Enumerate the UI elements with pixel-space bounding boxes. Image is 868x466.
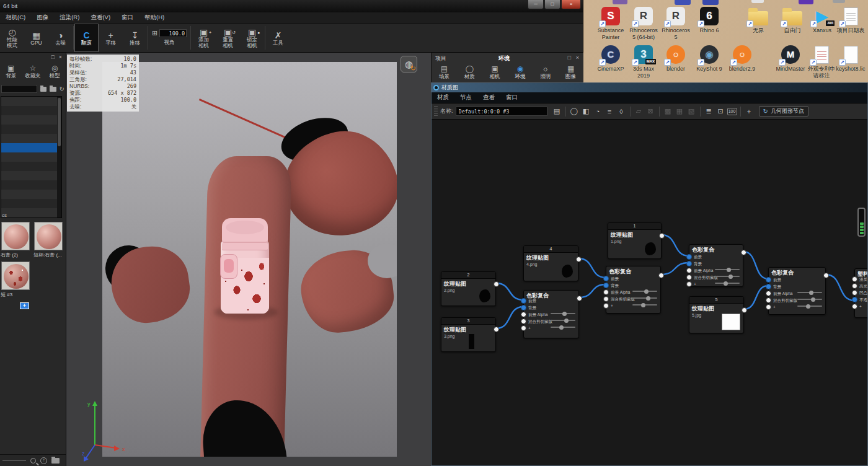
menu-item[interactable]: 帮助(H) <box>139 12 170 23</box>
project-tab-相机[interactable]: ▣相机 <box>482 63 508 83</box>
input-port[interactable] <box>603 276 609 281</box>
material-name-input[interactable] <box>456 107 547 116</box>
input-port[interactable] <box>521 319 526 324</box>
split-view-icon[interactable]: + <box>744 108 755 115</box>
node-canvas[interactable]: 2纹理贴图2.png3纹理贴图3.png4纹理贴图4.png1纹理贴图1.png… <box>432 120 867 465</box>
input-port[interactable] <box>766 291 771 296</box>
input-port[interactable] <box>852 283 857 289</box>
library-search-input[interactable] <box>1 85 37 93</box>
menu-item[interactable]: 窗口 <box>500 94 523 102</box>
input-port[interactable] <box>603 283 609 288</box>
node-material-compB[interactable]: 色彩复合前景背景前景 Alpha混合剪切蒙版+ <box>606 266 661 314</box>
auto-layout-icon[interactable]: ≣ <box>704 107 714 115</box>
input-port[interactable] <box>852 276 857 282</box>
node-material-compD[interactable]: 色彩复合前景背景前景 Alpha混合剪切蒙版+ <box>768 267 826 315</box>
project-tab-照明[interactable]: ☼照明 <box>533 63 558 83</box>
close-panel-icon[interactable]: × <box>59 54 62 60</box>
menu-item[interactable]: 查看 <box>477 94 500 102</box>
scene-tree-row[interactable] <box>1 208 58 218</box>
material-thumb[interactable] <box>1 262 30 290</box>
desktop-icon-folder-wujie[interactable]: ↗无界 <box>742 6 775 34</box>
input-port[interactable] <box>686 261 692 266</box>
denoise-button[interactable]: ◑去噪 <box>48 24 73 52</box>
scene-tree-row[interactable] <box>1 162 58 171</box>
pan-button[interactable]: +平移 <box>99 24 123 52</box>
material-thumb[interactable] <box>1 222 30 250</box>
input-port[interactable] <box>852 304 857 309</box>
input-port[interactable] <box>852 290 857 296</box>
sliders-icon[interactable]: ≡ <box>604 108 615 115</box>
thumbnail-size-slider[interactable] <box>2 460 26 461</box>
scene-tree-row[interactable] <box>1 125 58 134</box>
maximize-button[interactable]: □ <box>544 0 560 9</box>
input-port[interactable] <box>521 312 526 317</box>
desktop-icon-blender-29[interactable]: ○↗blender2.9 <box>725 45 759 73</box>
desktop-icon-cinemaxp[interactable]: C↗CinemaXP <box>594 45 627 73</box>
refresh-icon[interactable]: ↻ <box>60 86 64 92</box>
scene-tree-row[interactable] <box>1 97 58 106</box>
project-tab-场景[interactable]: ▤场景 <box>432 63 457 83</box>
output-port[interactable] <box>576 257 582 262</box>
add-folder-icon[interactable] <box>40 87 46 92</box>
scene-tree-row[interactable] <box>1 180 58 190</box>
scene-tree-row[interactable] <box>1 190 58 199</box>
input-port[interactable] <box>766 304 771 310</box>
node-texture-map-tex3[interactable]: 3纹理贴图3.png <box>441 317 496 352</box>
desktop-icon-3ds-max-2019[interactable]: 3MAX↗3ds Max 2019 <box>627 45 660 79</box>
input-port[interactable] <box>521 305 526 310</box>
desktop-icon-folder-ziyoumen[interactable]: ↗自由门 <box>776 6 809 34</box>
menu-item[interactable]: 查看(V) <box>85 12 116 23</box>
output-port[interactable] <box>494 327 499 332</box>
desktop-icon-blender[interactable]: ○↗blender <box>659 45 693 73</box>
output-port[interactable] <box>494 281 499 287</box>
project-tab-图像[interactable]: ▦图像 <box>558 63 583 83</box>
preview-icon[interactable]: ◧ <box>581 107 591 115</box>
input-port[interactable] <box>686 275 692 280</box>
tab-favorites[interactable]: ☆收藏夹 <box>22 62 43 82</box>
node-material-plastic[interactable]: 塑料漫反射高光凹凸不透明度+ <box>854 268 867 318</box>
zoom-100-icon[interactable]: 100 <box>727 108 737 115</box>
input-port[interactable] <box>603 289 609 295</box>
desktop-icon-mindmaster[interactable]: M↗MindMaster <box>774 45 807 73</box>
input-port[interactable] <box>521 325 526 331</box>
folder-icon[interactable] <box>51 458 60 464</box>
output-port[interactable] <box>741 250 746 255</box>
scene-tree-row[interactable] <box>1 143 58 152</box>
tumble-button[interactable]: C翻滚 <box>74 24 99 52</box>
keyshot-titlebar[interactable]: 64 bit ─□× <box>0 0 583 12</box>
library-scrollbar[interactable] <box>57 97 61 218</box>
render-image[interactable] <box>102 62 397 457</box>
tab-models[interactable]: ◎模型 <box>44 62 66 82</box>
menu-item[interactable]: 相机(C) <box>0 12 31 23</box>
input-port[interactable] <box>603 303 609 309</box>
add-camera-button[interactable]: ▣+添加 相机 <box>192 24 216 52</box>
input-port[interactable] <box>521 298 526 304</box>
tab-background[interactable]: ▣背景 <box>0 62 22 82</box>
material-ball-icon[interactable]: ◯ <box>569 107 580 115</box>
performance-mode-button[interactable]: ◴性能 模式 <box>0 24 24 52</box>
input-port[interactable] <box>766 277 771 283</box>
history-icon[interactable]: ◔ <box>593 108 603 115</box>
ungroup-icon[interactable]: ▧ <box>686 107 697 115</box>
node-material-compC[interactable]: 色彩复合前景背景前景 Alpha混合剪切蒙版+ <box>689 244 743 287</box>
node-texture-map-tex1[interactable]: 1纹理贴图1.png <box>608 222 662 259</box>
scene-tree-row[interactable] <box>1 199 58 208</box>
toolbar-grip[interactable] <box>434 106 438 117</box>
dolly-button[interactable]: ↧推移 <box>123 24 147 52</box>
lock-icon[interactable]: ◊ <box>616 108 627 115</box>
material-thumb[interactable] <box>34 222 63 250</box>
desktop-icon-keyshot-9[interactable]: ◉↗KeyShot 9 <box>693 45 726 73</box>
fov-input[interactable] <box>159 29 187 37</box>
input-port[interactable] <box>852 297 857 302</box>
node-texture-map-tex4[interactable]: 4纹理贴图4.png <box>523 245 578 281</box>
input-port[interactable] <box>766 284 771 289</box>
fit-view-icon[interactable]: ⊡ <box>715 107 726 115</box>
nodes-icon[interactable]: ▦ <box>675 107 685 115</box>
render-viewport[interactable]: 每秒帧数:10.0时间:1m 7s采样值:43三角形:27,014NURBS:2… <box>66 53 431 466</box>
search-icon[interactable] <box>30 458 36 464</box>
float-panel-icon[interactable]: □ <box>568 55 571 61</box>
desktop-icon-rhino-6[interactable]: 6↗Rhino 6 <box>693 6 726 34</box>
float-panel-icon[interactable]: □ <box>51 54 55 60</box>
node-material-compA[interactable]: 色彩复合前景背景前景 Alpha混合剪切蒙版+ <box>523 290 579 338</box>
geometry-node-button[interactable]: ↻ 几何图形节点 <box>759 106 808 116</box>
